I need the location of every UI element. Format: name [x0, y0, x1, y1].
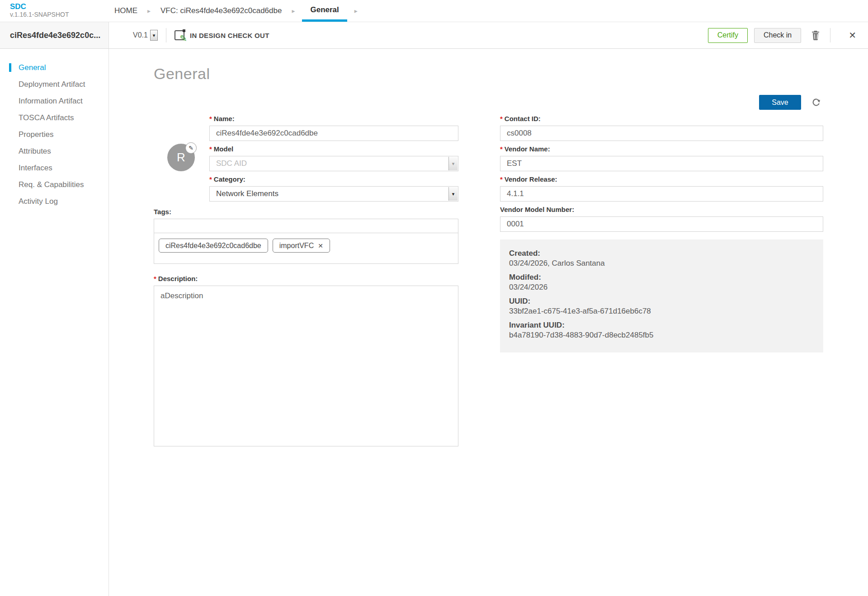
sidebar-item-label: TOSCA Artifacts	[19, 113, 74, 122]
created-value: 03/24/2026, Carlos Santana	[509, 258, 814, 268]
vendor-release-field-row: *Vendor Release:	[500, 175, 823, 202]
description-label: *Description:	[154, 275, 458, 282]
breadcrumb-vfc[interactable]: VFC: ciRes4fde4e3e692c0cad6dbe	[158, 0, 284, 22]
close-icon: ✕	[849, 30, 856, 41]
entity-title-cell: ciRes4fde4e3e692c0c...	[0, 22, 109, 48]
required-marker: *	[500, 145, 503, 153]
app-logo-text[interactable]: SDC	[10, 3, 109, 11]
vendor-name-input[interactable]	[500, 156, 823, 171]
meta-invariant-uuid: Invariant UUID: b4a78190-7d38-4883-90d7-…	[509, 320, 814, 340]
form-column-right: *Contact ID: *Vendor Name: *Vendor Relea…	[500, 115, 823, 448]
required-marker: *	[154, 275, 156, 282]
vendor-release-label-text: Vendor Release:	[505, 175, 557, 183]
meta-uuid: UUID: 33bf2ae1-c675-41e3-af5a-671d16eb6c…	[509, 296, 814, 316]
tag-chip: importVFC ✕	[273, 239, 330, 253]
version-select-value: V0.1	[133, 31, 148, 39]
tag-remove-icon[interactable]: ✕	[318, 243, 323, 249]
app-logo[interactable]: SDC v.1.16.1-SNAPSHOT	[0, 0, 109, 22]
vendor-release-input[interactable]	[500, 186, 823, 202]
checkin-button[interactable]: Check in	[754, 28, 801, 43]
save-button[interactable]: Save	[759, 95, 801, 110]
refresh-icon	[811, 97, 821, 108]
vendor-name-label-text: Vendor Name:	[505, 145, 550, 153]
chevron-right-icon: ▸	[347, 0, 365, 22]
uuid-label: UUID:	[509, 296, 814, 306]
trash-icon	[811, 30, 820, 40]
meta-info-panel: Created: 03/24/2026, Carlos Santana Modi…	[500, 239, 823, 352]
contact-id-label-text: Contact ID:	[505, 115, 541, 122]
model-label-text: Model	[214, 145, 233, 153]
chevron-down-icon[interactable]: ▾	[150, 30, 158, 41]
category-select[interactable]: Network Elements ▾	[209, 186, 458, 202]
sidebar-item-label: Interfaces	[19, 164, 52, 173]
revert-button[interactable]	[809, 95, 823, 109]
sidebar-item-attributes[interactable]: Attributes	[0, 143, 108, 160]
required-marker: *	[500, 175, 503, 183]
chevron-right-icon: ▸	[140, 0, 158, 22]
created-label: Created:	[509, 249, 814, 258]
name-field-row: *Name:	[209, 115, 458, 141]
name-label: *Name:	[209, 115, 458, 122]
save-row: Save	[154, 95, 823, 110]
tag-chip: ciRes4fde4e3e692c0cad6dbe	[159, 239, 268, 253]
model-label: *Model	[209, 145, 458, 153]
chevron-down-icon: ▾	[448, 157, 458, 170]
category-field-row: *Category: Network Elements ▾	[209, 175, 458, 202]
category-label-text: Category:	[214, 175, 245, 183]
sidebar-item-deployment-artifact[interactable]: Deployment Artifact	[0, 76, 108, 93]
certify-button[interactable]: Certify	[708, 28, 748, 43]
modified-value: 03/24/2026	[509, 282, 814, 292]
tags-input[interactable]	[154, 219, 458, 233]
tags-label: Tags:	[154, 208, 458, 216]
vendor-name-field-row: *Vendor Name:	[500, 145, 823, 171]
checkout-pencil-icon: ✎	[175, 30, 184, 40]
required-marker: *	[209, 145, 212, 153]
entity-title: ciRes4fde4e3e692c0c...	[10, 31, 100, 40]
contact-id-input[interactable]	[500, 126, 823, 141]
name-input[interactable]	[209, 126, 458, 141]
sidebar-item-properties[interactable]: Properties	[0, 126, 108, 143]
invariant-uuid-label: Invariant UUID:	[509, 320, 814, 330]
sidebar-item-label: General	[19, 63, 46, 72]
required-marker: *	[500, 115, 503, 122]
pencil-icon: ✎	[179, 34, 187, 43]
required-marker: *	[209, 115, 212, 122]
category-select-value: Network Elements	[216, 189, 278, 198]
sidebar: General Deployment Artifact Information …	[0, 49, 109, 596]
avatar-edit-badge[interactable]: ✎	[185, 142, 197, 154]
model-select-value: SDC AID	[216, 159, 247, 168]
breadcrumb-home[interactable]: HOME	[112, 0, 140, 22]
sidebar-item-general[interactable]: General	[0, 59, 108, 76]
vendor-release-label: *Vendor Release:	[500, 175, 823, 183]
delete-button[interactable]	[809, 28, 822, 42]
toolbar-divider	[166, 28, 166, 42]
toolbar-row: ciRes4fde4e3e692c0c... V0.1 ▾ ✎ IN DESIG…	[0, 22, 868, 49]
sidebar-item-label: Attributes	[19, 147, 51, 156]
sidebar-item-label: Activity Log	[19, 197, 58, 206]
lifecycle-status-label: IN DESIGN CHECK OUT	[190, 32, 269, 39]
description-textarea[interactable]: aDescription	[154, 286, 458, 446]
modified-label: Modifed:	[509, 272, 814, 282]
avatar[interactable]: R ✎	[167, 144, 195, 171]
general-form: Save R ✎	[154, 95, 823, 448]
vendor-model-number-field-row: Vendor Model Number:	[500, 206, 823, 232]
form-column-left: R ✎ *Name: *Model	[154, 115, 458, 448]
contact-id-field-row: *Contact ID:	[500, 115, 823, 141]
model-field-row: *Model SDC AID ▾	[209, 145, 458, 171]
breadcrumb-general-tab[interactable]: General	[302, 0, 347, 22]
version-select[interactable]: V0.1 ▾	[133, 30, 158, 41]
sidebar-item-req-capabilities[interactable]: Req. & Capabilities	[0, 176, 108, 193]
pencil-icon: ✎	[189, 145, 193, 151]
tag-chip-label: importVFC	[279, 242, 314, 250]
breadcrumb: HOME ▸ VFC: ciRes4fde4e3e692c0cad6dbe ▸ …	[109, 0, 365, 22]
contact-id-label: *Contact ID:	[500, 115, 823, 122]
tags-field-row: Tags: ciRes4fde4e3e692c0cad6dbe importVF…	[154, 208, 458, 264]
page-title: General	[154, 65, 868, 83]
sidebar-item-information-artifact[interactable]: Information Artifact	[0, 93, 108, 109]
sidebar-item-interfaces[interactable]: Interfaces	[0, 160, 108, 176]
close-button[interactable]: ✕	[847, 28, 858, 42]
vendor-model-number-input[interactable]	[500, 216, 823, 232]
sidebar-item-tosca-artifacts[interactable]: TOSCA Artifacts	[0, 109, 108, 126]
sidebar-item-activity-log[interactable]: Activity Log	[0, 193, 108, 210]
body-row: General Deployment Artifact Information …	[0, 49, 868, 596]
